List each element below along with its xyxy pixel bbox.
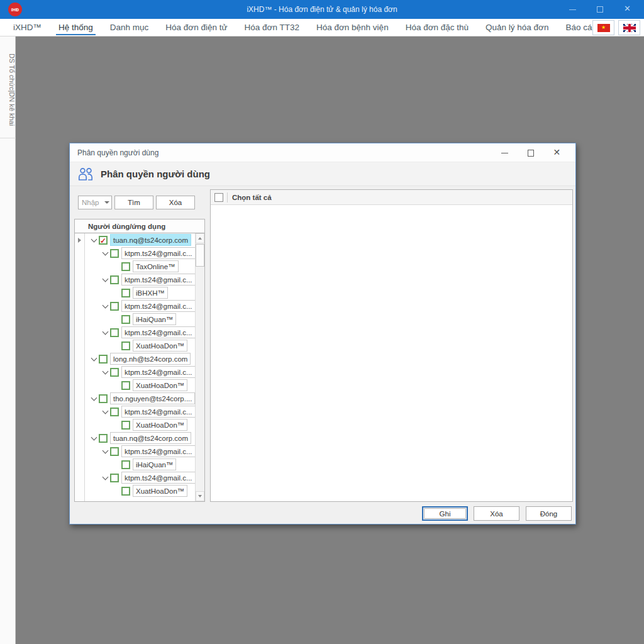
tree-row[interactable]: XuatHoaDon™: [86, 484, 195, 497]
close-button[interactable]: [614, 0, 641, 19]
side-tab-ds-to-chuc[interactable]: DS Tổ chức|DN kê khai: [0, 36, 16, 138]
chevron-down-icon[interactable]: [91, 236, 97, 242]
tree-node-checkbox[interactable]: [121, 289, 130, 297]
tree-node-label[interactable]: ktpm.ts24@gmail.c...: [121, 445, 195, 457]
close-dialog-button[interactable]: Đóng: [526, 506, 572, 521]
find-button[interactable]: Tìm: [114, 196, 153, 209]
tree-row[interactable]: ktpm.ts24@gmail.c...: [86, 326, 195, 339]
tree-node-checkbox[interactable]: [121, 421, 130, 430]
tree-node-label[interactable]: tho.nguyen@ts24corp....: [110, 392, 195, 404]
tree-row[interactable]: ktpm.ts24@gmail.c...: [86, 299, 195, 313]
tree-row[interactable]: XuatHoaDon™: [86, 418, 195, 431]
menu-item[interactable]: Hóa đơn bệnh viện: [309, 19, 396, 36]
maximize-button[interactable]: [586, 0, 614, 19]
scroll-down-button[interactable]: [196, 491, 204, 501]
tree-node-checkbox[interactable]: [110, 474, 119, 482]
tree-node-label[interactable]: ktpm.ts24@gmail.c...: [121, 274, 195, 286]
tree-row[interactable]: long.nh@ts24corp.com: [86, 352, 195, 365]
tree-row[interactable]: ktpm.ts24@gmail.c...: [86, 471, 195, 484]
tree-node-checkbox[interactable]: [110, 249, 119, 258]
tree-node-label[interactable]: ktpm.ts24@gmail.c...: [121, 326, 195, 338]
tree-node-checkbox[interactable]: [110, 447, 119, 456]
scrollbar-thumb[interactable]: [196, 244, 204, 267]
english-language-button[interactable]: [618, 20, 640, 35]
chevron-down-icon[interactable]: [91, 394, 97, 401]
chevron-down-icon[interactable]: [102, 447, 108, 453]
menu-item[interactable]: Hóa đơn đặc thù: [399, 19, 475, 36]
menu-item[interactable]: Hóa đơn điện tử: [158, 19, 234, 36]
tree-row[interactable]: iHaiQuan™: [86, 313, 195, 326]
tree-row[interactable]: tho.nguyen@ts24corp....: [86, 392, 195, 405]
tree-node-label[interactable]: iHaiQuan™: [133, 313, 176, 325]
tree-node-checkbox[interactable]: [99, 434, 108, 443]
menu-item[interactable]: iXHD™: [6, 19, 48, 36]
tree-node-label[interactable]: iHaiQuan™: [133, 458, 176, 470]
clear-button[interactable]: Xóa: [156, 196, 195, 209]
tree-node-checkbox[interactable]: [121, 460, 130, 469]
tree-node-checkbox[interactable]: [110, 275, 119, 284]
tree-row[interactable]: XuatHoaDon™: [86, 339, 195, 352]
tree-node-checkbox[interactable]: [121, 381, 130, 390]
tree-node-label[interactable]: TaxOnline™: [133, 260, 179, 272]
tree-row[interactable]: ktpm.ts24@gmail.c...: [86, 247, 195, 260]
menu-item[interactable]: Hóa đơn TT32: [238, 19, 306, 36]
tree-node-checkbox[interactable]: [99, 355, 108, 364]
chevron-down-icon[interactable]: [102, 275, 108, 282]
tree-node-label[interactable]: ktpm.ts24@gmail.c...: [121, 300, 195, 312]
save-button[interactable]: Ghi: [422, 506, 468, 521]
tree-row[interactable]: ktpm.ts24@gmail.c...: [86, 445, 195, 458]
vietnamese-language-button[interactable]: [592, 20, 614, 35]
tree-node-checkbox[interactable]: [110, 302, 119, 311]
chevron-down-icon[interactable]: [102, 408, 108, 414]
tree-node-checkbox[interactable]: [110, 368, 119, 377]
tree-node-label[interactable]: ktpm.ts24@gmail.c...: [121, 406, 195, 418]
search-type-combobox[interactable]: Nhập: [78, 196, 112, 209]
tree-node-checkbox[interactable]: [99, 236, 108, 245]
tree-node-checkbox[interactable]: [110, 408, 119, 416]
dialog-titlebar[interactable]: Phân quyền người dùng: [70, 143, 575, 162]
tree-row[interactable]: ktpm.ts24@gmail.c...: [86, 273, 195, 286]
minimize-button[interactable]: [558, 0, 586, 19]
dialog-maximize-button[interactable]: [518, 143, 544, 162]
dialog-close-button[interactable]: [544, 143, 570, 162]
menu-item[interactable]: Danh mục: [103, 19, 156, 36]
tree-row[interactable]: iHaiQuan™: [86, 458, 195, 471]
tree-node-label[interactable]: ktpm.ts24@gmail.c...: [121, 472, 195, 484]
tree-node-checkbox[interactable]: [121, 341, 130, 350]
dialog-minimize-button[interactable]: [491, 143, 518, 162]
tree-node-checkbox[interactable]: [121, 262, 130, 271]
tree-row[interactable]: tuan.nq@ts24corp.com: [86, 431, 195, 445]
tree-row[interactable]: ktpm.ts24@gmail.c...: [86, 405, 195, 418]
tree-row[interactable]: XuatHoaDon™: [86, 379, 195, 392]
chevron-down-icon[interactable]: [102, 368, 108, 374]
select-all-checkbox[interactable]: [214, 193, 223, 202]
tree-row[interactable]: TaxOnline™: [86, 260, 195, 273]
tree-node-label[interactable]: XuatHoaDon™: [133, 485, 187, 497]
tree-row[interactable]: iBHXH™: [86, 286, 195, 299]
tree-node-checkbox[interactable]: [121, 487, 130, 496]
tree-node-label[interactable]: XuatHoaDon™: [133, 419, 187, 431]
tree-scrollbar[interactable]: [195, 233, 204, 501]
chevron-down-icon[interactable]: [102, 249, 108, 255]
tree-row[interactable]: tuan.nq@ts24corp.com: [86, 233, 195, 247]
tree-node-label[interactable]: XuatHoaDon™: [133, 340, 187, 352]
tree-node-label[interactable]: XuatHoaDon™: [133, 379, 187, 391]
tree-node-label[interactable]: tuan.nq@ts24corp.com: [110, 234, 191, 246]
tree-node-label[interactable]: ktpm.ts24@gmail.c...: [121, 366, 195, 378]
tree-node-label[interactable]: ktpm.ts24@gmail.c...: [121, 247, 195, 259]
tree-node-checkbox[interactable]: [99, 394, 108, 403]
chevron-down-icon[interactable]: [102, 201, 111, 204]
menu-item[interactable]: Quản lý hóa đơn: [479, 19, 555, 36]
chevron-down-icon[interactable]: [102, 302, 108, 308]
chevron-down-icon[interactable]: [91, 434, 97, 440]
delete-button[interactable]: Xóa: [474, 506, 519, 521]
chevron-down-icon[interactable]: [102, 328, 108, 335]
tree-row[interactable]: ktpm.ts24@gmail.c...: [86, 365, 195, 379]
tree-node-label[interactable]: iBHXH™: [133, 287, 168, 299]
scroll-up-button[interactable]: [196, 233, 204, 243]
tree-node-checkbox[interactable]: [110, 328, 119, 337]
chevron-down-icon[interactable]: [91, 355, 97, 361]
tree-node-label[interactable]: long.nh@ts24corp.com: [110, 353, 191, 365]
menu-item[interactable]: Hệ thống: [52, 19, 100, 36]
tree-node-label[interactable]: tuan.nq@ts24corp.com: [110, 432, 191, 444]
